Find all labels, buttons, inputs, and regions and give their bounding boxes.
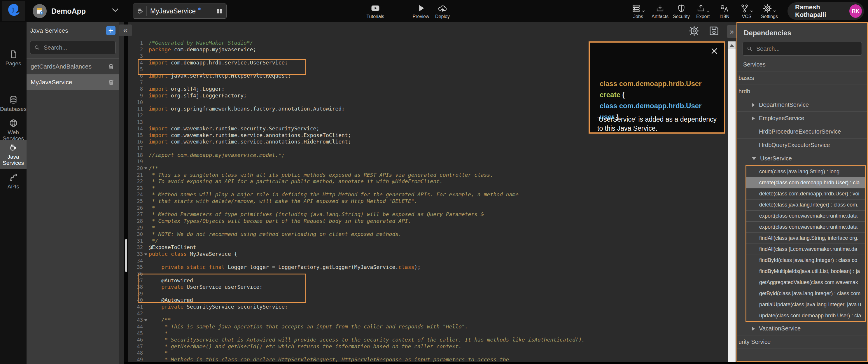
code-line[interactable]: 38 private UserService userService; [128, 284, 737, 291]
expand-dependencies-button[interactable]: » [727, 25, 737, 38]
service-search-input[interactable] [43, 44, 112, 51]
sidebar-item-apis[interactable]: APIs [0, 170, 27, 192]
sidebar-item-databases[interactable]: Databases [0, 92, 27, 115]
code-line[interactable]: 29 * [128, 224, 737, 231]
code-line[interactable]: 45 * [128, 330, 737, 337]
wavemaker-logo[interactable] [2, 1, 25, 21]
dependency-tree-item[interactable]: UserService [737, 152, 867, 165]
code-line[interactable]: 27 * Method Parameters of type primitive… [128, 211, 737, 218]
dependencies-search-input[interactable] [756, 45, 858, 53]
code-line[interactable]: 49 * Methods in this class can declare H… [128, 357, 737, 362]
code-line[interactable]: 41 private SecurityService securityServi… [128, 304, 737, 310]
dependency-tree-item[interactable]: urity Service [737, 335, 867, 349]
editor-scrollbar[interactable] [728, 41, 736, 362]
code-line[interactable]: 33public class MyJavaService { [128, 251, 737, 257]
fold-marker-icon[interactable] [143, 251, 149, 257]
code-line[interactable]: 22 * To avoid exposing an API for a part… [128, 178, 737, 185]
userservice-method[interactable]: findAll(class java.lang.String, interfac… [746, 233, 865, 244]
dependency-tree-item[interactable]: DepartmentService [737, 98, 867, 112]
topbar-action-vcs[interactable]: VCS [735, 3, 759, 19]
dependency-tree-item[interactable]: hrdb [737, 85, 867, 98]
dependency-tree-item[interactable]: bases [737, 71, 867, 85]
fold-marker-icon[interactable] [143, 317, 149, 324]
code-line[interactable]: 42 [128, 310, 737, 317]
userservice-method[interactable]: getAggregatedValues(class com.wavemak [746, 277, 865, 288]
code-line[interactable]: 48 * [128, 350, 737, 357]
scroll-up-button[interactable] [728, 41, 736, 49]
close-icon[interactable] [710, 47, 719, 57]
save-icon[interactable] [708, 25, 720, 37]
userservice-method[interactable]: partialUpdate(class java.lang.Integer, j… [746, 299, 865, 310]
topbar-action-tutorials[interactable]: Tutorials [362, 3, 389, 19]
code-line[interactable]: 28 * Complex Types/Objects will become p… [128, 218, 737, 224]
code-line[interactable]: 31 */ [128, 238, 737, 244]
code-line[interactable]: 47 * getUserName() and getUserId() etc w… [128, 343, 737, 350]
userservice-method[interactable]: update(class com.demoapp.hrdb.User) : cl… [746, 310, 865, 321]
userservice-method[interactable]: delete(class com.demoapp.hrdb.User) : vo… [746, 188, 865, 200]
userservice-method[interactable]: getById(class java.lang.Integer) : class… [746, 288, 865, 299]
code-line[interactable]: 19 [128, 158, 737, 165]
userservice-method[interactable]: findByMultipleIds(java.util.List, boolea… [746, 266, 865, 277]
code-line[interactable]: 30 * NOTE: We do not recommend using met… [128, 231, 737, 238]
topbar-action-artifacts[interactable]: Artifacts [648, 3, 672, 19]
code-line[interactable]: 26 * [128, 205, 737, 211]
open-file-tab[interactable]: MyJavaService [133, 3, 227, 19]
topbar-action-export[interactable]: Export [691, 3, 715, 19]
userservice-method[interactable]: delete(class java.lang.Integer) : class … [746, 200, 865, 211]
code-line[interactable]: 44 * This is sample java operation that … [128, 324, 737, 330]
userservice-method[interactable]: findAll(class [Lcom.wavemaker.runtime.da [746, 244, 865, 255]
code-line[interactable]: 24 * Method names will play a major role… [128, 191, 737, 198]
code-line[interactable]: 46 * SecurityService that is Autowired w… [128, 337, 737, 343]
topbar-action-jobs[interactable]: Jobs [626, 3, 650, 19]
code-line[interactable]: 25 * that starts with delete/remove, wil… [128, 198, 737, 205]
project-avatar[interactable] [33, 4, 46, 18]
userservice-method[interactable]: export(class com.wavemaker.runtime.data [746, 222, 865, 233]
code-line[interactable]: 39 [128, 291, 737, 297]
code-line[interactable]: 20/** [128, 165, 737, 172]
fold-marker-icon[interactable] [143, 165, 149, 172]
topbar-action-settings[interactable]: Settings [757, 3, 782, 19]
dependency-tree-item[interactable]: HrdbQueryExecutorService [737, 139, 867, 152]
userservice-method[interactable]: create(class com.demoapp.hrdb.User) : cl… [746, 177, 865, 188]
code-line[interactable]: 40 @Autowired [128, 297, 737, 304]
code-line[interactable]: 21 * This is a singleton class with all … [128, 172, 737, 179]
code-line[interactable]: 17 [128, 145, 737, 152]
userservice-method[interactable]: findById(class java.lang.Integer) : clas… [746, 255, 865, 266]
dependency-tree-item[interactable]: HrdbProcedureExecutorService [737, 125, 867, 139]
topbar-action-i18n[interactable]: I18N [712, 3, 737, 19]
code-line[interactable]: 34 [128, 257, 737, 264]
sidebar-item-java-services[interactable]: Java Services [0, 140, 27, 169]
settings-icon[interactable] [688, 25, 700, 37]
app-name[interactable]: DemoApp [51, 0, 86, 22]
topbar-action-security[interactable]: Security [669, 3, 693, 19]
code-line[interactable]: 43 /** [128, 317, 737, 324]
service-list-item[interactable]: getCardsAndBalances [27, 59, 119, 74]
code-line[interactable]: 32@ExposeToClient [128, 244, 737, 251]
panel-scrollbar-thumb[interactable] [125, 239, 127, 272]
collapse-panel-button[interactable]: « [119, 25, 132, 36]
code-line[interactable]: 37 @Autowired [128, 277, 737, 284]
trash-icon[interactable] [107, 63, 115, 70]
sidebar-item-pages[interactable]: Pages [0, 47, 27, 69]
grid-icon[interactable] [216, 7, 223, 14]
user-menu[interactable]: Ramesh Kothapalli RK [787, 2, 864, 20]
userservice-method[interactable]: export(class com.wavemaker.runtime.data [746, 211, 865, 222]
topbar-action-deploy[interactable]: Deploy [429, 3, 456, 19]
trash-icon[interactable] [107, 79, 115, 86]
userservice-method[interactable]: count(class java.lang.String) : long [746, 166, 865, 177]
code-line[interactable]: 16import com.wavemaker.runtime.service.a… [128, 139, 737, 145]
add-service-button[interactable] [106, 26, 116, 35]
service-search[interactable] [30, 41, 116, 54]
code-line[interactable]: 36 [128, 271, 737, 277]
dependencies-search[interactable] [743, 42, 862, 56]
code-line[interactable]: 35 private static final Logger logger = … [128, 264, 737, 271]
code-line[interactable]: 23 * [128, 185, 737, 192]
dependency-tree-item[interactable]: VacationService [737, 322, 867, 335]
line-number: 47 [128, 343, 143, 350]
dependency-tree-item[interactable]: EmployeeService [737, 112, 867, 125]
dependency-tree-item[interactable]: Services [737, 58, 867, 71]
code-line[interactable]: 18//import com.demoapp.myjavaservice.mod… [128, 152, 737, 159]
app-switcher-chevron[interactable] [112, 7, 119, 14]
service-list-item[interactable]: MyJavaService [27, 74, 119, 90]
panel-title: Java Services [30, 27, 106, 34]
